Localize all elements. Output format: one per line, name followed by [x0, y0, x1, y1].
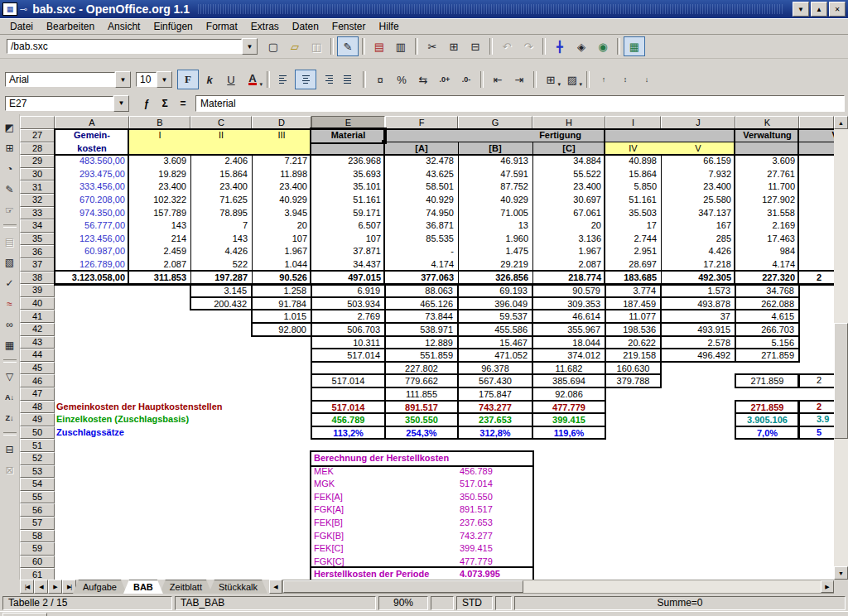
font-size-combo[interactable]: 10 ▼ — [136, 71, 172, 88]
cell-I36[interactable]: 2.951 — [605, 245, 661, 258]
cell-I30[interactable]: 15.864 — [605, 168, 661, 181]
sheet-tab-bab[interactable]: BAB — [123, 580, 163, 594]
row-header-28[interactable]: 28 — [20, 142, 55, 156]
column-header-next[interactable] — [799, 116, 834, 129]
hyperlink-icon[interactable]: ◉ — [592, 36, 614, 56]
cell-C27[interactable]: II — [190, 129, 252, 142]
cell-D36[interactable]: 1.967 — [252, 245, 311, 258]
form-controls-icon[interactable]: ☞ — [1, 202, 19, 219]
row-header-37[interactable]: 37 — [20, 258, 55, 272]
menu-daten[interactable]: Daten — [286, 19, 325, 34]
stylist-icon[interactable]: ◈ — [571, 36, 592, 56]
column-header-K[interactable]: K — [735, 116, 799, 129]
cell-C31[interactable]: 23.400 — [190, 180, 252, 194]
cell-E34[interactable]: 6.507 — [311, 219, 385, 233]
cell-K36[interactable]: 984 — [735, 245, 799, 258]
cell-D32[interactable]: 40.929 — [252, 194, 311, 207]
row-header-55[interactable]: 55 — [20, 491, 55, 504]
menu-bearbeiten[interactable]: Bearbeiten — [40, 19, 101, 34]
row-header-32[interactable]: 32 — [20, 194, 55, 207]
cell-B31[interactable]: 23.400 — [129, 180, 190, 194]
export-pdf-icon[interactable]: ▤ — [369, 36, 390, 56]
cell-K34[interactable]: 2.169 — [735, 219, 799, 233]
tab-nav-next-icon[interactable]: ▶ — [48, 580, 62, 594]
row-header-50[interactable]: 50 — [20, 426, 55, 440]
cell-F27-fertigung[interactable]: Fertigung — [385, 129, 735, 142]
row-header-56[interactable]: 56 — [20, 503, 55, 517]
cell-G29[interactable]: 46.913 — [458, 155, 532, 168]
cell-B35[interactable]: 214 — [129, 233, 190, 246]
row-header-61[interactable]: 61 — [20, 568, 55, 580]
insert-icon[interactable]: ◩ — [1, 119, 19, 136]
cell-B34[interactable]: 143 — [129, 219, 190, 233]
row-header-31[interactable]: 31 — [20, 180, 55, 194]
cell-C32[interactable]: 71.625 — [190, 194, 252, 207]
group-icon[interactable]: ⊟ — [1, 441, 19, 458]
cell-F36[interactable]: - — [385, 245, 458, 258]
font-size-value[interactable]: 10 — [136, 72, 157, 87]
cell-F29[interactable]: 32.478 — [385, 155, 458, 168]
cell-H50[interactable]: 119,6% — [532, 426, 606, 440]
row-header-46[interactable]: 46 — [20, 374, 55, 387]
row-header-47[interactable]: 47 — [20, 387, 55, 401]
cell-A31[interactable]: 333.456,00 — [55, 180, 129, 194]
cell-F33[interactable]: 74.950 — [385, 207, 458, 220]
number-standard-icon[interactable]: ⇆ — [412, 70, 434, 89]
row-header-27[interactable]: 27 — [20, 129, 55, 142]
herstell-label-56[interactable]: FGK[A] — [314, 503, 413, 517]
delete-decimal-icon[interactable]: .0- — [455, 70, 477, 89]
cell-D33[interactable]: 3.945 — [252, 207, 311, 220]
cell-E30[interactable]: 35.693 — [311, 168, 385, 181]
cell-D34[interactable]: 20 — [252, 219, 311, 233]
row-header-58[interactable]: 58 — [20, 530, 55, 543]
title-bar[interactable]: ▦ ⊸ bab.sxc - OpenOffice.org 1.1 ▼▲✕ — [0, 0, 848, 18]
cell-A32[interactable]: 670.208,00 — [55, 194, 129, 207]
align-vcenter-icon[interactable]: ↕ — [614, 70, 636, 89]
autoformat-icon[interactable]: ▧ — [1, 254, 19, 271]
cell-K35[interactable]: 17.463 — [735, 233, 799, 246]
row-label-49[interactable]: Einzelkosten (Zuschlagsbasis) — [56, 413, 309, 426]
font-name-combo[interactable]: Arial ▼ — [5, 71, 131, 88]
sort-ascending-icon[interactable]: A↓ — [1, 389, 19, 406]
cell-J34[interactable]: 167 — [661, 219, 735, 233]
decrease-indent-icon[interactable]: ⇤ — [487, 70, 508, 89]
align-right-icon[interactable] — [316, 70, 338, 89]
cell-A34[interactable]: 56.777,00 — [55, 219, 129, 233]
cell-J32[interactable]: 25.580 — [661, 194, 735, 207]
gallery-icon[interactable]: ▦ — [624, 36, 645, 56]
row-header-53[interactable]: 53 — [20, 465, 55, 479]
font-name-value[interactable]: Arial — [5, 72, 115, 87]
align-justify-icon[interactable] — [338, 70, 359, 89]
cell-J33[interactable]: 347.137 — [661, 207, 735, 220]
bold-icon[interactable]: F — [177, 70, 199, 89]
pin-icon[interactable]: ⊸ — [20, 4, 27, 15]
row-label-48[interactable]: Gemeinkosten der Hauptkostenstellen — [56, 401, 309, 414]
number-currency-icon[interactable]: ¤ — [369, 70, 391, 89]
cell-H30[interactable]: 55.522 — [532, 168, 605, 181]
cell-H34[interactable]: 20 — [532, 219, 605, 233]
herstell-label-57[interactable]: FEK[B] — [314, 517, 413, 530]
column-header-B[interactable]: B — [129, 116, 190, 129]
row-header-39[interactable]: 39 — [20, 284, 55, 297]
row-header-30[interactable]: 30 — [20, 168, 55, 181]
herstell-label-54[interactable]: MGK — [314, 478, 413, 491]
row-header-38[interactable]: 38 — [20, 272, 55, 285]
cell-E36[interactable]: 37.871 — [311, 245, 385, 258]
cell-A29[interactable]: 483.560,00 — [55, 155, 129, 168]
row-label-50[interactable]: Zuschlagssätze — [56, 426, 309, 440]
row-header-51[interactable]: 51 — [20, 439, 55, 452]
herstell-footer-label[interactable]: Herstellkosten der Periode — [314, 568, 463, 580]
url-input[interactable]: /bab.sxc — [7, 39, 242, 54]
cell-D29[interactable]: 7.217 — [252, 155, 311, 168]
cell-E50[interactable]: 113,2% — [311, 426, 386, 440]
menu-hilfe[interactable]: Hilfe — [373, 19, 406, 34]
cell-B32[interactable]: 102.322 — [129, 194, 190, 207]
herstell-value-59[interactable]: 399.415 — [460, 542, 530, 556]
cell-H29[interactable]: 34.884 — [532, 155, 605, 168]
column-header-C[interactable]: C — [190, 116, 252, 129]
cell-A30[interactable]: 293.475,00 — [55, 168, 129, 181]
insert-cells-icon[interactable]: ⊞ — [1, 140, 19, 156]
cell-G30[interactable]: 47.591 — [458, 168, 532, 181]
sheet-tab-stückkalk[interactable]: Stückkalk — [209, 580, 267, 594]
cell-G33[interactable]: 71.005 — [458, 207, 532, 220]
